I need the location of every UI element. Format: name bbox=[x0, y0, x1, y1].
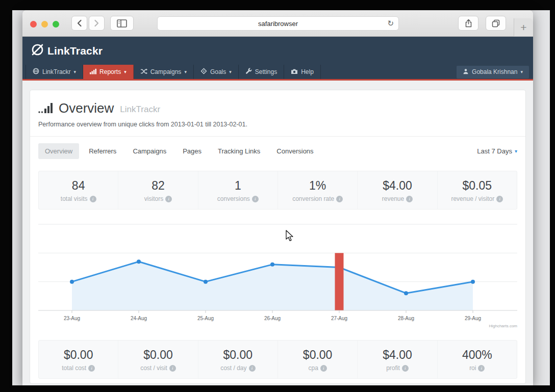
refresh-icon[interactable]: ↻ bbox=[387, 19, 394, 28]
stat-value: 1% bbox=[278, 179, 357, 193]
browser-window: safaribrowser ↻ + bbox=[22, 10, 533, 385]
stat-label: conversions bbox=[217, 195, 250, 202]
tab-campaigns[interactable]: Campaigns bbox=[126, 143, 173, 159]
stat-revenue-per-visitor: $0.05 revenue / visitori bbox=[437, 171, 517, 209]
page-content: Overview LinkTrackr Performance overview… bbox=[22, 81, 533, 384]
info-icon[interactable]: i bbox=[249, 365, 256, 372]
nav-item-reports[interactable]: Reports ▾ bbox=[83, 65, 134, 79]
user-menu[interactable]: Gobala Krishnan ▾ bbox=[457, 66, 529, 79]
stat-value: $0.00 bbox=[198, 348, 278, 362]
nav-label: Goals bbox=[210, 68, 226, 75]
report-bar-chart-icon bbox=[38, 102, 54, 115]
nav-item-help[interactable]: Help bbox=[284, 65, 321, 79]
globe-icon bbox=[33, 68, 39, 76]
chevron-right-icon bbox=[94, 19, 99, 27]
tab-tracking-links[interactable]: Tracking Links bbox=[211, 143, 267, 159]
stat-profit: $4.00 profiti bbox=[357, 341, 437, 378]
chevron-down-icon: ▾ bbox=[229, 70, 232, 74]
stat-value: $0.00 bbox=[118, 348, 197, 362]
address-bar[interactable]: safaribrowser ↻ bbox=[157, 16, 399, 31]
stat-value: $4.00 bbox=[358, 348, 437, 362]
stat-label: cpa bbox=[308, 364, 318, 372]
logo-text: LinkTrackr bbox=[47, 45, 103, 57]
tab-overview[interactable]: Overview bbox=[38, 143, 79, 159]
info-icon[interactable]: i bbox=[496, 196, 503, 202]
info-icon[interactable]: i bbox=[402, 365, 409, 372]
sidebar-button[interactable] bbox=[110, 16, 134, 31]
linktrackr-logo[interactable]: LinkTrackr bbox=[31, 43, 103, 59]
plus-icon: + bbox=[520, 21, 526, 34]
stat-label: roi bbox=[469, 364, 476, 372]
nav-item-campaigns[interactable]: Campaigns ▾ bbox=[134, 65, 194, 79]
mouse-cursor bbox=[285, 230, 295, 244]
report-tabs: Overview Referrers Campaigns Pages Track… bbox=[30, 137, 525, 166]
zoom-window-button[interactable] bbox=[53, 21, 59, 28]
x-axis-label: 23-Aug bbox=[52, 316, 92, 321]
address-bar-text: safaribrowser bbox=[258, 20, 298, 28]
info-icon[interactable]: i bbox=[165, 196, 172, 202]
minimize-window-button[interactable] bbox=[41, 21, 48, 28]
tab-conversions[interactable]: Conversions bbox=[270, 143, 320, 159]
tab-referrers[interactable]: Referrers bbox=[82, 143, 123, 159]
chevron-down-icon: ▾ bbox=[520, 70, 523, 74]
stat-value: $4.00 bbox=[358, 179, 437, 193]
info-icon[interactable]: i bbox=[90, 196, 96, 202]
bar-chart-icon bbox=[90, 68, 96, 76]
stat-label: total cost bbox=[62, 364, 86, 372]
period-selector[interactable]: Last 7 Days ▾ bbox=[477, 147, 517, 155]
chevron-down-icon: ▾ bbox=[184, 70, 187, 74]
user-name: Gobala Krishnan bbox=[472, 68, 517, 75]
stat-label: conversion rate bbox=[292, 195, 334, 202]
info-icon[interactable]: i bbox=[169, 365, 176, 372]
nav-item-settings[interactable]: Settings bbox=[239, 65, 284, 79]
info-icon[interactable]: i bbox=[336, 196, 343, 202]
camera-icon bbox=[291, 68, 298, 76]
stats-row-top: 84 total visitsi 82 visitorsi 1 conversi… bbox=[38, 171, 517, 210]
x-axis-label: 25-Aug bbox=[185, 316, 226, 321]
stat-cpa: $0.00 cpai bbox=[278, 341, 357, 378]
stat-conversion-rate: 1% conversion ratei bbox=[278, 171, 357, 209]
stat-label: revenue / visitor bbox=[451, 195, 494, 202]
info-icon[interactable]: i bbox=[88, 365, 95, 372]
screenshot-canvas: safaribrowser ↻ + bbox=[0, 0, 555, 392]
site-masthead: LinkTrackr bbox=[22, 37, 533, 65]
info-icon[interactable]: i bbox=[478, 365, 485, 372]
shuffle-icon bbox=[140, 68, 147, 76]
x-axis-label: 29-Aug bbox=[452, 316, 493, 321]
x-axis-label: 24-Aug bbox=[118, 316, 159, 321]
stat-total-cost: $0.00 total costi bbox=[39, 341, 118, 378]
wrench-icon bbox=[245, 68, 252, 76]
chevron-down-icon: ▾ bbox=[124, 70, 127, 74]
visits-chart[interactable]: 23-Aug24-Aug25-Aug26-Aug27-Aug28-Aug29-A… bbox=[38, 211, 517, 338]
nav-label: LinkTrackr bbox=[42, 68, 71, 75]
share-button[interactable] bbox=[458, 16, 478, 31]
tab-pages[interactable]: Pages bbox=[176, 143, 208, 159]
webpage: LinkTrackr LinkTrackr ▾ Reports ▾ bbox=[22, 37, 533, 385]
stat-conversions: 1 conversionsi bbox=[198, 171, 278, 209]
nav-item-linktrackr[interactable]: LinkTrackr ▾ bbox=[26, 65, 83, 79]
info-icon[interactable]: i bbox=[252, 196, 259, 202]
stat-revenue: $4.00 revenuei bbox=[357, 171, 437, 209]
nav-label: Help bbox=[301, 68, 314, 75]
diamond-icon bbox=[200, 68, 207, 76]
back-button[interactable] bbox=[71, 16, 87, 31]
info-icon[interactable]: i bbox=[406, 196, 413, 202]
stat-label: total visits bbox=[61, 195, 88, 202]
new-tab-button[interactable]: + bbox=[514, 18, 533, 37]
stat-value: 82 bbox=[118, 179, 197, 193]
chart-credits[interactable]: Highcharts.com bbox=[489, 324, 517, 328]
stat-label: cost / day bbox=[220, 364, 246, 372]
nav-label: Settings bbox=[255, 68, 277, 75]
share-icon bbox=[465, 19, 472, 28]
stat-label: revenue bbox=[382, 195, 404, 202]
close-window-button[interactable] bbox=[30, 21, 37, 28]
stat-cost-per-visit: $0.00 cost / visiti bbox=[118, 341, 197, 378]
tabs-icon bbox=[492, 19, 500, 28]
chart-svg bbox=[38, 214, 517, 316]
nav-label: Campaigns bbox=[150, 68, 182, 75]
info-icon[interactable]: i bbox=[320, 365, 327, 372]
nav-item-goals[interactable]: Goals ▾ bbox=[194, 65, 239, 79]
stat-roi: 400% roii bbox=[437, 341, 517, 378]
forward-button[interactable] bbox=[89, 16, 105, 31]
tab-overview-button[interactable] bbox=[486, 16, 506, 31]
